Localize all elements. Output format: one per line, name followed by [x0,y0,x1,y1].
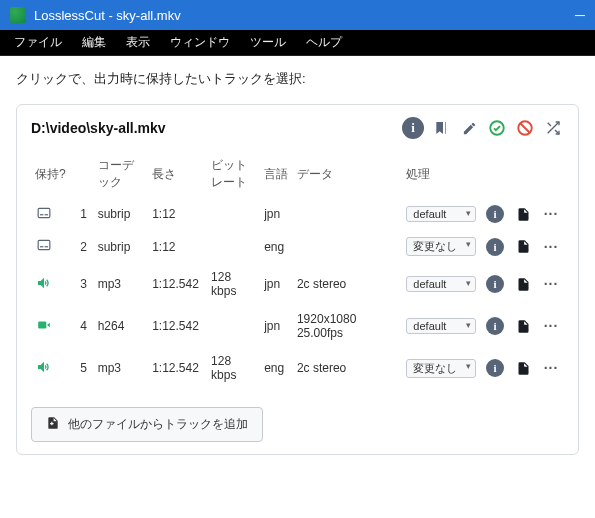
svg-line-2 [521,124,530,133]
subtitle-icon [35,206,53,223]
svg-rect-8 [45,246,49,247]
file-info-icon[interactable]: i [402,117,424,139]
app-icon [10,7,26,23]
track-codec: mp3 [94,263,149,305]
track-lang: jpn [260,198,293,231]
file-plus-icon [46,416,60,433]
menu-help[interactable]: ヘルプ [298,30,350,55]
svg-rect-7 [40,246,44,247]
camera-icon [35,318,53,335]
track-row[interactable]: 5mp31:12.542128 kbpseng2c stereo変更なしi··· [31,347,564,389]
track-info-icon[interactable]: i [486,359,504,377]
menubar: ファイル 編集 表示 ウィンドウ ツール ヘルプ [0,30,595,56]
track-more-icon[interactable]: ··· [542,238,560,256]
svg-rect-5 [45,214,49,215]
menu-window[interactable]: ウィンドウ [162,30,238,55]
track-data: 2c stereo [293,263,402,305]
track-length: 1:12 [148,198,207,231]
track-bitrate: 128 kbps [207,263,260,305]
disposition-select[interactable]: 変更なし [406,237,476,256]
tracks-table: 保持? コーデック 長さ ビットレート 言語 データ 処理 1subrip1:1… [31,151,564,389]
menu-edit[interactable]: 編集 [74,30,114,55]
speaker-icon [35,275,53,294]
col-disposition: 処理 [402,151,482,198]
track-info-icon[interactable]: i [486,205,504,223]
col-lang: 言語 [260,151,293,198]
disposition-select[interactable]: 変更なし [406,359,476,378]
track-data: 1920x1080 25.00fps [293,305,402,347]
track-index: 1 [76,198,93,231]
svg-rect-9 [38,321,46,328]
track-export-icon[interactable] [514,317,532,335]
svg-rect-6 [38,240,50,249]
track-index: 4 [76,305,93,347]
track-lang: jpn [260,263,293,305]
track-data [293,230,402,263]
menu-tools[interactable]: ツール [242,30,294,55]
track-lang: eng [260,230,293,263]
track-export-icon[interactable] [514,238,532,256]
track-export-icon[interactable] [514,205,532,223]
file-path: D:\video\sky-all.mkv [31,120,402,136]
track-more-icon[interactable]: ··· [542,317,560,335]
track-codec: h264 [94,305,149,347]
add-tracks-label: 他のファイルからトラックを追加 [68,416,248,433]
menu-file[interactable]: ファイル [6,30,70,55]
track-bitrate [207,198,260,231]
track-codec: mp3 [94,347,149,389]
track-more-icon[interactable]: ··· [542,359,560,377]
track-bitrate: 128 kbps [207,347,260,389]
track-index: 5 [76,347,93,389]
track-row[interactable]: 3mp31:12.542128 kbpsjpn2c stereodefaulti… [31,263,564,305]
subtitle-icon [35,238,53,255]
disposition-select[interactable]: default [406,206,476,222]
check-circle-icon[interactable] [486,117,508,139]
tracks-card: D:\video\sky-all.mkv i [16,104,579,455]
col-bitrate: ビットレート [207,151,260,198]
add-tracks-button[interactable]: 他のファイルからトラックを追加 [31,407,263,442]
window-minimize-button[interactable]: ─ [575,7,585,23]
instruction-text: クリックで、出力時に保持したいトラックを選択: [16,70,579,88]
ban-icon[interactable] [514,117,536,139]
track-row[interactable]: 2subrip1:12eng変更なしi··· [31,230,564,263]
disposition-select[interactable]: default [406,318,476,334]
shuffle-icon[interactable] [542,117,564,139]
col-length: 長さ [148,151,207,198]
bookmark-icon[interactable] [430,117,452,139]
svg-rect-3 [38,208,50,217]
track-length: 1:12.542 [148,347,207,389]
track-index: 3 [76,263,93,305]
col-codec: コーデック [94,151,149,198]
track-length: 1:12 [148,230,207,263]
window-titlebar: LosslessCut - sky-all.mkv ─ [0,0,595,30]
track-info-icon[interactable]: i [486,238,504,256]
col-data: データ [293,151,402,198]
track-lang: jpn [260,305,293,347]
track-data: 2c stereo [293,347,402,389]
window-title: LosslessCut - sky-all.mkv [34,8,575,23]
track-export-icon[interactable] [514,275,532,293]
track-bitrate [207,305,260,347]
track-codec: subrip [94,198,149,231]
pencil-icon[interactable] [458,117,480,139]
track-more-icon[interactable]: ··· [542,275,560,293]
track-row[interactable]: 4h2641:12.542jpn1920x1080 25.00fpsdefaul… [31,305,564,347]
track-export-icon[interactable] [514,359,532,377]
speaker-icon [35,359,53,378]
svg-rect-4 [40,214,44,215]
track-codec: subrip [94,230,149,263]
menu-view[interactable]: 表示 [118,30,158,55]
track-lang: eng [260,347,293,389]
track-index: 2 [76,230,93,263]
track-info-icon[interactable]: i [486,275,504,293]
track-info-icon[interactable]: i [486,317,504,335]
track-bitrate [207,230,260,263]
track-length: 1:12.542 [148,305,207,347]
track-data [293,198,402,231]
col-keep: 保持? [31,151,76,198]
track-more-icon[interactable]: ··· [542,205,560,223]
track-length: 1:12.542 [148,263,207,305]
disposition-select[interactable]: default [406,276,476,292]
track-row[interactable]: 1subrip1:12jpndefaulti··· [31,198,564,231]
